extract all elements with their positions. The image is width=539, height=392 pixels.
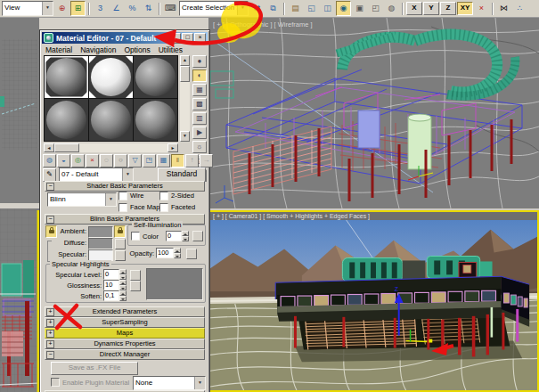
- camera-viewport[interactable]: Z [ + ] [ Camera01 ] [ Smooth + Highligh…: [208, 210, 539, 392]
- rollout-toggle[interactable]: +: [46, 319, 54, 327]
- scroll-down-icon[interactable]: ▼: [180, 131, 190, 142]
- enable-plugin-material-checkbox[interactable]: [51, 378, 60, 387]
- make-preview-icon[interactable]: ▶: [192, 127, 207, 139]
- put-to-library-icon[interactable]: ▽: [128, 154, 142, 167]
- assign-material-to-selection-icon[interactable]: ◎: [71, 154, 85, 167]
- left-viewport-sliver[interactable]: [0, 18, 39, 392]
- spinner-snap-icon[interactable]: ⇅: [141, 1, 156, 16]
- material-slot-5[interactable]: [89, 99, 133, 141]
- opacity-map-button[interactable]: [186, 249, 197, 259]
- put-material-to-scene-icon[interactable]: ◒: [57, 154, 70, 167]
- get-material-icon[interactable]: ◍: [43, 154, 56, 167]
- chevron-down-icon[interactable]: ▼: [105, 193, 116, 206]
- layer-manager-icon[interactable]: ▤: [288, 1, 303, 16]
- shader-type-dropdown[interactable]: Blinn ▼: [47, 192, 117, 207]
- schematic-view-icon[interactable]: ◫: [320, 1, 335, 16]
- rollout-toggle[interactable]: −: [46, 351, 54, 359]
- menu-options[interactable]: Options: [124, 45, 150, 54]
- reference-coordinate-dropdown[interactable]: View▼: [2, 1, 53, 16]
- restrict-plane-cycle-icon[interactable]: ×: [474, 1, 489, 16]
- material-slot-3[interactable]: [134, 56, 177, 98]
- menu-navigation[interactable]: Navigation: [80, 45, 116, 54]
- background-icon[interactable]: ▦: [192, 84, 207, 96]
- rollout-maps[interactable]: + Maps: [45, 328, 205, 339]
- close-button[interactable]: ×: [194, 33, 206, 44]
- go-to-parent-icon[interactable]: ↑: [185, 154, 199, 167]
- diffuse-map-button[interactable]: [115, 239, 126, 249]
- show-map-in-viewport-icon[interactable]: ▦: [157, 154, 170, 167]
- mirror-icon[interactable]: ⇄: [249, 1, 265, 16]
- material-options-icon[interactable]: ☼: [192, 141, 207, 153]
- ortho-viewport[interactable]: [ + ] [ Orthographic ] [ Wireframe ]: [208, 18, 539, 208]
- material-name-dropdown[interactable]: 07 - Default ▼: [59, 167, 134, 182]
- align-icon[interactable]: ⧉: [265, 1, 281, 16]
- rollout-toggle[interactable]: −: [46, 183, 54, 191]
- maximize-button[interactable]: □: [182, 33, 193, 44]
- material-editor-titlebar[interactable]: Material Editor - 07 - Default _□×: [42, 32, 208, 44]
- two-sided-checkbox[interactable]: 2-Sided: [159, 190, 204, 201]
- checkbox[interactable]: [118, 192, 127, 200]
- self-illumination-color-checkbox[interactable]: [131, 232, 140, 241]
- save-fx-file-button[interactable]: Save as .FX File: [51, 362, 138, 375]
- scrollbar-thumb[interactable]: [180, 66, 190, 82]
- scrollbar-track[interactable]: [180, 82, 190, 131]
- opacity-spinner[interactable]: 100: [156, 248, 181, 258]
- menu-utilities[interactable]: Utilities: [159, 45, 183, 54]
- create-selection-set-dropdown[interactable]: Create Selection Se▼: [179, 1, 249, 16]
- checkbox[interactable]: [159, 203, 168, 212]
- scroll-up-icon[interactable]: ▲: [180, 55, 190, 66]
- sample-type-icon[interactable]: ●: [192, 55, 207, 68]
- menu-material[interactable]: Material: [45, 45, 72, 54]
- scroll-left-icon[interactable]: ◄: [44, 143, 54, 152]
- align-tool-icon[interactable]: ∴: [512, 1, 527, 16]
- reset-map-icon[interactable]: ×: [86, 154, 99, 167]
- plane-xy-button[interactable]: XY: [457, 2, 473, 15]
- rollout-directx-manager[interactable]: − DirectX Manager: [45, 349, 205, 360]
- axis-y-button[interactable]: Y: [423, 2, 439, 15]
- wire-checkbox[interactable]: Wire: [118, 190, 159, 201]
- rollout-dynamics-properties[interactable]: + Dynamics Properties: [45, 339, 205, 349]
- face-map-checkbox[interactable]: Face Map: [118, 201, 159, 213]
- axis-z-button[interactable]: Z: [440, 2, 456, 15]
- chevron-down-icon[interactable]: ▼: [122, 168, 133, 181]
- diffuse-color-swatch[interactable]: [88, 238, 113, 249]
- material-type-button[interactable]: Standard: [158, 167, 206, 182]
- percent-snap-icon[interactable]: %: [125, 1, 140, 16]
- material-editor-icon[interactable]: ◉: [336, 1, 351, 16]
- snap-toggle-icon[interactable]: 3: [93, 1, 108, 16]
- render-type-icon[interactable]: ◰: [368, 1, 383, 16]
- ortho-viewport-label[interactable]: [ + ] [ Orthographic ] [ Wireframe ]: [213, 20, 313, 29]
- rollout-toggle[interactable]: −: [46, 216, 54, 224]
- scrollbar-thumb[interactable]: [54, 143, 79, 152]
- pick-material-icon[interactable]: ✎: [43, 168, 56, 182]
- ambient-color-swatch[interactable]: [88, 226, 113, 238]
- sample-vertical-scrollbar[interactable]: ▲ ▼: [180, 55, 190, 142]
- rollout-toggle[interactable]: +: [46, 330, 54, 338]
- rollout-toggle[interactable]: +: [46, 308, 54, 316]
- rollout-toggle[interactable]: +: [46, 340, 54, 348]
- camera-viewport-label[interactable]: [ + ] [ Camera01 ] [ Smooth + Highlights…: [210, 212, 537, 220]
- keyboard-override-icon[interactable]: ⌨: [163, 1, 178, 16]
- rollout-extended-parameters[interactable]: + Extended Parameters: [45, 306, 205, 317]
- make-unique-icon[interactable]: ○: [114, 154, 127, 167]
- axis-x-button[interactable]: X: [406, 2, 422, 15]
- make-material-copy-icon[interactable]: ◌: [100, 154, 113, 167]
- self-illumination-spinner[interactable]: 0: [166, 231, 189, 241]
- material-slot-1[interactable]: [45, 56, 88, 98]
- material-slot-2[interactable]: [89, 56, 133, 98]
- scroll-right-icon[interactable]: ►: [167, 143, 178, 152]
- backlight-icon[interactable]: ◐: [192, 69, 207, 82]
- go-forward-to-sibling-icon[interactable]: →: [200, 154, 213, 167]
- checkbox[interactable]: [159, 192, 168, 200]
- video-color-check-icon[interactable]: ▥: [192, 112, 207, 125]
- sample-uv-tiling-icon[interactable]: ▩: [192, 98, 207, 110]
- chevron-down-icon[interactable]: ▼: [194, 377, 205, 389]
- checkbox[interactable]: [118, 203, 127, 212]
- ambient-diffuse-link-lock-icon[interactable]: [114, 225, 126, 238]
- curve-editor-icon[interactable]: ◱: [304, 1, 319, 16]
- scrollbar-track[interactable]: [79, 143, 167, 152]
- faceted-checkbox[interactable]: Faceted: [159, 201, 204, 213]
- material-id-channel-icon[interactable]: ◳: [143, 154, 156, 167]
- material-slot-4[interactable]: [45, 99, 88, 141]
- sample-horizontal-scrollbar[interactable]: ◄ ►: [44, 143, 178, 152]
